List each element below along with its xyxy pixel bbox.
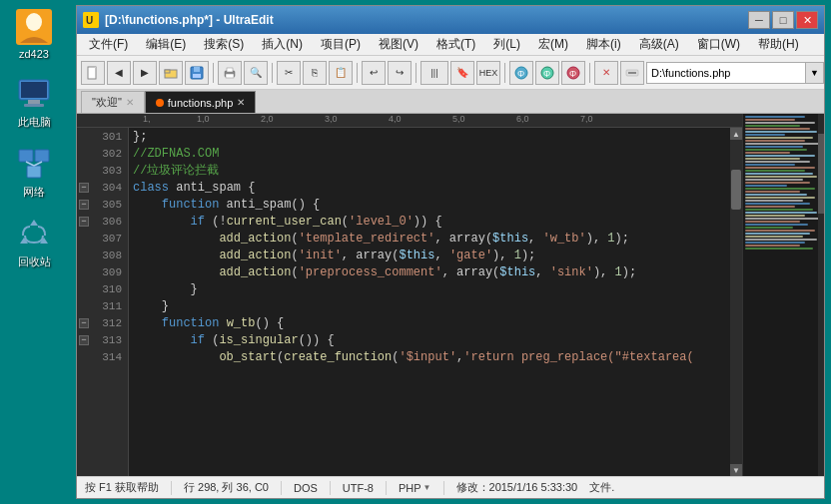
code-line-310: }: [129, 280, 730, 297]
token: (: [342, 215, 349, 229]
redo-button[interactable]: ↪: [388, 61, 412, 85]
scroll-track[interactable]: [730, 140, 742, 464]
tab-welcome-close[interactable]: ✕: [126, 97, 134, 108]
scroll-down-button[interactable]: ▼: [730, 464, 742, 476]
mini-line: [745, 221, 800, 223]
menu-format[interactable]: 格式(T): [428, 34, 483, 55]
menu-search[interactable]: 搜索(S): [196, 34, 252, 55]
token: if: [191, 215, 205, 229]
menu-insert[interactable]: 插入(N): [254, 34, 311, 55]
maximize-button[interactable]: □: [772, 11, 794, 29]
menu-macro[interactable]: 宏(M): [530, 34, 576, 55]
save-button[interactable]: [185, 61, 209, 85]
fold-marker-304[interactable]: −: [79, 183, 89, 193]
status-language-arrow: ▼: [423, 483, 431, 492]
svg-point-1: [26, 13, 42, 31]
plugin1-button[interactable]: Φ: [509, 61, 533, 85]
token: //ZDFNAS.COM: [133, 147, 219, 161]
code-editor[interactable]: 1, 1,0 2,0 3,0 4,0 5,0 6,0 7,0 301 302 3…: [77, 114, 742, 476]
menu-view[interactable]: 视图(V): [371, 34, 426, 55]
status-sep-1: [171, 481, 172, 495]
token: }: [133, 299, 169, 313]
hex-button[interactable]: HEX: [476, 61, 500, 85]
code-lines[interactable]: }; //ZDFNAS.COM //垃圾评论拦截 class anti_spam…: [129, 128, 730, 476]
tab-functions[interactable]: functions.php ✕: [145, 91, 256, 113]
forward-button[interactable]: ▶: [133, 61, 157, 85]
scroll-up-button[interactable]: ▲: [730, 128, 742, 140]
status-eol: DOS: [294, 482, 318, 494]
status-language-dropdown[interactable]: PHP ▼: [399, 482, 431, 494]
open-button[interactable]: [159, 61, 183, 85]
menu-script[interactable]: 脚本(i): [578, 34, 629, 55]
fold-marker-312[interactable]: −: [79, 318, 89, 328]
user-label: zd423: [19, 48, 49, 60]
minimap-scrollbar[interactable]: [818, 114, 824, 476]
line-num-305: − 305: [77, 196, 128, 213]
token: [133, 265, 219, 279]
print-button[interactable]: [218, 61, 242, 85]
desktop-icon-network[interactable]: 网络: [12, 142, 56, 204]
svg-line-9: [26, 162, 34, 166]
extra-button[interactable]: [620, 61, 644, 85]
paste-button[interactable]: 📋: [329, 61, 353, 85]
token: current_user_can: [227, 215, 342, 229]
new-button[interactable]: [81, 61, 105, 85]
desktop-icon-recycle[interactable]: 回收站: [12, 212, 56, 273]
column-mode-button[interactable]: |||: [420, 61, 448, 85]
token: }: [133, 282, 198, 296]
scroll-thumb[interactable]: [731, 170, 741, 210]
path-input[interactable]: [646, 62, 806, 84]
fold-marker-313[interactable]: −: [79, 335, 89, 345]
menu-file[interactable]: 文件(F): [81, 34, 136, 55]
path-dropdown[interactable]: ▼: [806, 62, 824, 84]
path-box: ▼: [646, 62, 824, 84]
code-line-306: if (!current_user_can('level_0')) {: [129, 213, 730, 230]
delete-button[interactable]: ✕: [594, 61, 618, 85]
desktop-icon-user[interactable]: zd423: [12, 5, 56, 64]
mini-line: [745, 119, 795, 121]
token: 1: [514, 249, 521, 262]
plugin2-button[interactable]: Φ: [535, 61, 559, 85]
menu-bar: 文件(F) 编辑(E) 搜索(S) 插入(N) 项目(P) 视图(V) 格式(T…: [77, 34, 824, 56]
mini-line: [745, 155, 815, 157]
code-line-304: class anti_spam {: [129, 179, 730, 196]
fold-marker-306[interactable]: −: [79, 217, 89, 227]
mini-line: [745, 224, 808, 226]
token: $this: [399, 249, 434, 262]
plugin3-button[interactable]: Φ: [561, 61, 585, 85]
minimize-button[interactable]: ─: [748, 11, 770, 29]
fold-marker-305[interactable]: −: [79, 200, 89, 210]
tab-welcome[interactable]: "欢迎" ✕: [81, 91, 145, 113]
menu-window[interactable]: 窗口(W): [689, 34, 748, 55]
tab-functions-close[interactable]: ✕: [237, 97, 245, 108]
desktop-icon-computer[interactable]: 此电脑: [12, 72, 56, 134]
menu-help[interactable]: 帮助(H): [750, 34, 807, 55]
close-button[interactable]: ✕: [796, 11, 818, 29]
mini-line: [745, 188, 815, 190]
minimap-thumb[interactable]: [818, 134, 824, 214]
mini-line: [745, 158, 800, 160]
undo-button[interactable]: ↩: [362, 61, 386, 85]
line-num-314: 314: [77, 348, 128, 365]
status-position: 行 298, 列 36, C0: [184, 480, 269, 495]
vertical-scrollbar[interactable]: ▲ ▼: [730, 128, 742, 476]
menu-column[interactable]: 列(L): [485, 34, 528, 55]
menu-advanced[interactable]: 高级(A): [631, 34, 687, 55]
network-label: 网络: [23, 185, 45, 200]
tab-modified-dot: [156, 99, 164, 107]
toolbar-separator-4: [416, 63, 416, 83]
bookmark-button[interactable]: 🔖: [450, 61, 474, 85]
mini-line: [745, 197, 815, 199]
back-button[interactable]: ◀: [107, 61, 131, 85]
mini-line: [745, 122, 815, 124]
menu-project[interactable]: 项目(P): [313, 34, 369, 55]
mini-line: [745, 212, 817, 214]
svg-rect-21: [226, 74, 234, 78]
find-button[interactable]: 🔍: [244, 61, 268, 85]
mini-line: [745, 179, 803, 181]
menu-edit[interactable]: 编辑(E): [138, 34, 194, 55]
token: };: [133, 130, 147, 144]
cut-button[interactable]: ✂: [277, 61, 301, 85]
token: ()) {: [299, 333, 335, 347]
copy-button[interactable]: ⎘: [303, 61, 327, 85]
